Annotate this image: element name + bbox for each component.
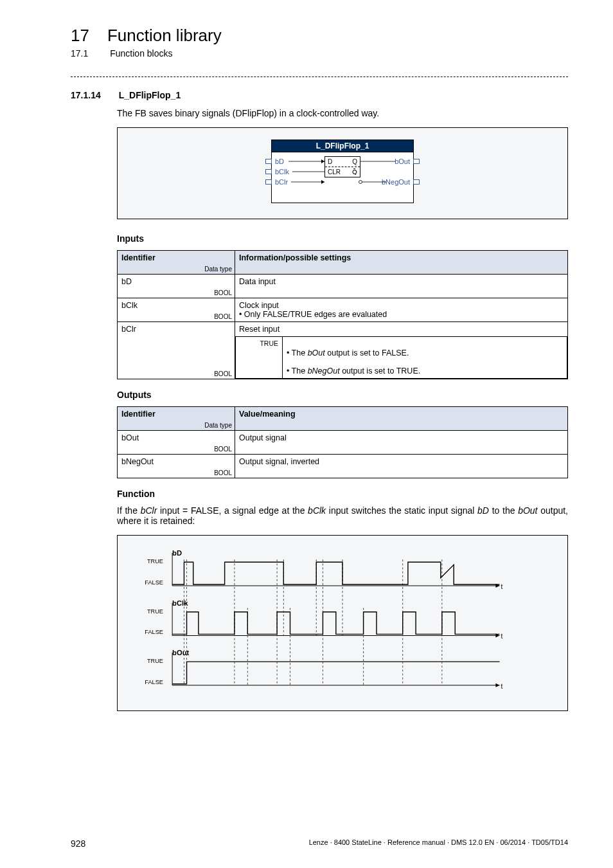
table-row: bClr BOOL Reset input TRUE • The bOut ou… <box>118 322 568 379</box>
table-row: bOut BOOL Output signal <box>118 431 568 455</box>
input-info-top: Reset input <box>235 322 567 336</box>
input-info: Clock input • Only FALSE/TRUE edges are … <box>235 298 568 322</box>
port-stub-icon <box>413 159 420 164</box>
port-stub-icon <box>265 169 272 174</box>
chapter-title: Function library <box>107 26 222 46</box>
inner-q-label: Q <box>352 158 357 165</box>
subchapter-number: 17.1 <box>71 48 88 59</box>
inner-clr-label: CLR <box>328 168 341 176</box>
inner-d-label: D <box>328 158 332 165</box>
port-stub-icon <box>265 179 272 185</box>
svg-marker-17 <box>495 683 499 687</box>
inputs-table: Identifier Data type Information/possibl… <box>117 250 568 379</box>
wave-false-label: FALSE <box>145 679 163 685</box>
input-dtype: BOOL <box>214 289 232 296</box>
timing-diagram: bD TRUE FALSE t bClk TRUE FALSE <box>133 545 552 699</box>
svg-marker-5 <box>321 180 324 184</box>
page-footer: 928 Lenze · 8400 StateLine · Reference m… <box>71 838 568 849</box>
separator-dashed <box>71 77 568 77</box>
output-dtype: BOOL <box>214 446 232 453</box>
outputs-th-datatype: Data type <box>204 422 232 429</box>
page-number: 928 <box>71 838 85 849</box>
wave-t-label: t <box>501 583 503 590</box>
doc-info: Lenze · 8400 StateLine · Reference manua… <box>309 838 568 849</box>
output-info: Output signal, inverted <box>235 455 568 478</box>
subchapter-title: Function blocks <box>110 48 172 59</box>
port-bout: bOut <box>395 158 410 165</box>
port-bclr: bClr <box>275 178 288 186</box>
wave-false-label: FALSE <box>145 579 163 586</box>
wave-false-label: FALSE <box>145 629 163 635</box>
table-row: bD BOOL Data input <box>118 275 568 298</box>
inputs-th-info: Information/possible settings <box>235 251 568 275</box>
wave-true-label: TRUE <box>147 558 163 565</box>
port-stub-icon <box>265 159 272 164</box>
svg-point-8 <box>359 181 362 184</box>
section-title: L_DFlipFlop_1 <box>119 90 181 100</box>
input-dtype: BOOL <box>214 313 232 320</box>
port-bnegout: bNegOut <box>382 178 410 186</box>
wave-true-label: TRUE <box>147 608 163 615</box>
input-ident: bD <box>121 277 132 286</box>
function-heading: Function <box>117 489 568 499</box>
output-info: Output signal <box>235 431 568 455</box>
outputs-th-info: Value/meaning <box>235 407 568 431</box>
outputs-heading: Outputs <box>117 390 568 400</box>
output-ident: bNegOut <box>121 457 154 466</box>
port-bclk: bClk <box>275 168 289 176</box>
fb-body: bD bClk bClr bOut bNegOut D <box>271 152 414 203</box>
input-subval-line2: • The bNegOut output is set to TRUE. <box>287 366 420 375</box>
timing-diagram-container: bD TRUE FALSE t bClk TRUE FALSE <box>117 535 568 711</box>
wave-t-label: t <box>501 683 503 690</box>
chapter-number: 17 <box>71 26 89 46</box>
outputs-th-identifier: Identifier <box>121 410 155 419</box>
input-subval-line1: • The bOut output is set to FALSE. <box>287 348 409 357</box>
intro-text: The FB saves binary signals (DFlipFlop) … <box>117 108 568 118</box>
function-text: If the bClr input = FALSE, a signal edge… <box>117 505 568 526</box>
block-diagram-container: L_DFlipFlop_1 bD bClk bClr bOut bNegOut <box>117 127 568 219</box>
outputs-table: Identifier Data type Value/meaning bOut … <box>117 406 568 478</box>
port-stub-icon <box>413 179 420 185</box>
fb-title-bar: L_DFlipFlop_1 <box>271 140 414 152</box>
port-bd: bD <box>275 158 284 165</box>
inputs-heading: Inputs <box>117 233 568 244</box>
section-number: 17.1.14 <box>71 90 101 100</box>
inputs-th-datatype: Data type <box>204 266 232 273</box>
table-row: bClk BOOL Clock input • Only FALSE/TRUE … <box>118 298 568 322</box>
input-dtype: BOOL <box>214 370 232 377</box>
input-info: Data input <box>235 275 568 298</box>
output-ident: bOut <box>121 433 139 442</box>
output-dtype: BOOL <box>214 469 232 476</box>
wave-label-bd: bD <box>172 549 182 557</box>
inputs-th-identifier: Identifier <box>121 253 155 262</box>
input-subkey: TRUE <box>236 337 283 379</box>
inner-qbar-label: Q̄ <box>352 168 357 176</box>
wave-t-label: t <box>501 633 503 640</box>
input-ident: bClk <box>121 301 138 310</box>
table-row: bNegOut BOOL Output signal, inverted <box>118 455 568 478</box>
wave-label-bclk: bClk <box>172 599 188 607</box>
wave-true-label: TRUE <box>147 658 163 664</box>
input-ident: bClr <box>121 325 136 334</box>
